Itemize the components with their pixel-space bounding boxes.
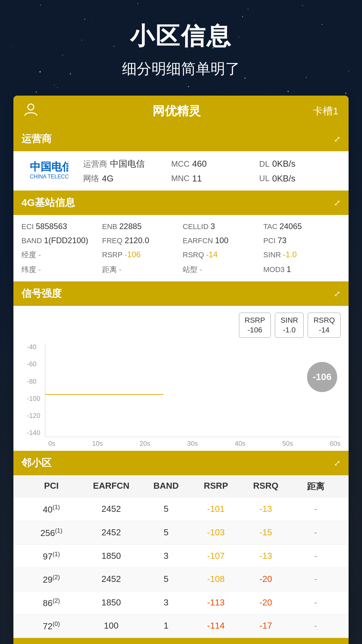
operator-logo: 中国电信 CHINA TELECOM	[21, 161, 75, 181]
net-label: 网络	[83, 173, 99, 184]
chart-section: RSRP-106SINR-1.0RSRQ-14 -40-60-80-100-12…	[13, 306, 349, 451]
station-field: BAND1(FDD2100)	[21, 236, 99, 245]
operator-expand-icon: ⤢	[334, 135, 341, 144]
station-body: ECI5858563ENB22885CELLID3TAC24065BAND1(F…	[13, 215, 349, 281]
signal-expand-icon: ⤢	[334, 289, 341, 299]
user-icon	[23, 102, 40, 120]
station-field: RSRQ-14	[183, 250, 260, 260]
station-field: RSRP-106	[102, 250, 180, 260]
dl-value: 0KB/s	[272, 159, 295, 169]
table-col-header: EARFCN	[81, 481, 141, 492]
table-col-header: PCI	[21, 481, 81, 492]
ul-label: UL	[259, 174, 269, 183]
signal-badge[interactable]: RSRQ-14	[308, 313, 341, 338]
net-value: 4G	[102, 173, 114, 184]
svg-text:CHINA TELECOM: CHINA TELECOM	[30, 174, 68, 179]
table-row: 72(0) 100 1 -114 -17 -	[13, 614, 349, 638]
signal-section-header[interactable]: 信号强度 ⤢	[13, 281, 349, 306]
station-title: 4G基站信息	[21, 196, 75, 210]
table-col-header: RSRP	[191, 481, 241, 492]
signal-title: 信号强度	[21, 287, 62, 301]
op-label: 运营商	[83, 159, 107, 169]
mcc-value: 460	[192, 159, 206, 169]
neighbor-section-header[interactable]: 邻小区 ⤢	[13, 451, 349, 475]
station-field: MOD31	[263, 265, 341, 275]
station-field: 经度-	[21, 250, 99, 260]
signal-badge[interactable]: SINR-1.0	[275, 313, 304, 338]
table-col-header: 距离	[291, 481, 341, 492]
table-header: PCIEARFCNBANDRSRPRSRQ距离	[13, 475, 349, 498]
bottom-section-header[interactable]: 最近2条切换小区记录 ⤢	[13, 638, 349, 644]
dl-label: DL	[259, 159, 269, 169]
operator-title: 运营商	[21, 132, 52, 146]
slot-label: 卡槽1	[313, 104, 339, 118]
station-field: SINR-1.0	[263, 250, 341, 260]
table-row: 29(2) 2452 5 -108 -20 -	[13, 568, 349, 591]
app-header: 网优精灵 卡槽1	[13, 96, 349, 127]
table-row: 97(1) 1850 3 -107 -13 -	[13, 545, 349, 568]
station-field: 站型-	[183, 265, 260, 275]
neighbor-expand-icon: ⤢	[334, 459, 341, 468]
station-expand-icon: ⤢	[334, 198, 341, 208]
table-col-header: RSRQ	[241, 481, 291, 492]
main-card: 网优精灵 卡槽1 运营商 ⤢ 中国电信 CHINA TELECOM	[13, 96, 349, 644]
chart-bubble: -106	[307, 362, 337, 392]
svg-text:中国电信: 中国电信	[30, 161, 68, 173]
station-field: ECI5858563	[21, 222, 99, 231]
mnc-value: 11	[192, 173, 202, 184]
svg-point-0	[28, 104, 34, 110]
station-field: EARFCN100	[183, 236, 260, 245]
chart-line	[45, 394, 163, 395]
y-labels: -40-60-80-100-120-140	[27, 343, 40, 437]
mnc-label: MNC	[171, 174, 190, 183]
neighbor-title: 邻小区	[21, 456, 52, 470]
station-field: CELLID3	[183, 222, 260, 231]
station-field: PCI73	[263, 236, 341, 245]
app-name: 网优精灵	[40, 103, 313, 119]
x-labels: 0s10s20s30s40s50s60s	[45, 440, 341, 447]
page-title: 小区信息	[13, 20, 349, 52]
table-row: 86(2) 1850 3 -113 -20 -	[13, 591, 349, 615]
station-section-header[interactable]: 4G基站信息 ⤢	[13, 191, 349, 215]
chart-badges: RSRP-106SINR-1.0RSRQ-14	[21, 313, 341, 338]
station-field: FREQ2120.0	[102, 236, 180, 245]
ul-value: 0KB/s	[272, 173, 295, 184]
mcc-label: MCC	[171, 159, 190, 169]
neighbor-table: PCIEARFCNBANDRSRPRSRQ距离 40(1) 2452 5 -10…	[13, 475, 349, 638]
operator-info: 运营商 中国电信 MCC 460 DL 0KB/s 网络 4G	[83, 158, 341, 184]
op-value: 中国电信	[110, 158, 145, 170]
operator-section-header[interactable]: 运营商 ⤢	[13, 127, 349, 151]
page-subtitle: 细分明细简单明了	[13, 59, 349, 79]
table-col-header: BAND	[141, 481, 191, 492]
operator-body: 中国电信 CHINA TELECOM 运营商 中国电信 MCC 460	[13, 151, 349, 191]
table-row: 40(1) 2452 5 -101 -13 -	[13, 498, 349, 521]
station-field: 距离-	[102, 265, 180, 275]
table-row: 256(1) 2452 5 -103 -15 -	[13, 521, 349, 545]
chart-area: -40-60-80-100-120-140 -106	[45, 343, 341, 437]
signal-badge[interactable]: RSRP-106	[239, 313, 271, 338]
station-field: ENB22885	[102, 222, 180, 231]
station-field: TAC24065	[263, 222, 341, 231]
station-field: 纬度-	[21, 265, 99, 275]
